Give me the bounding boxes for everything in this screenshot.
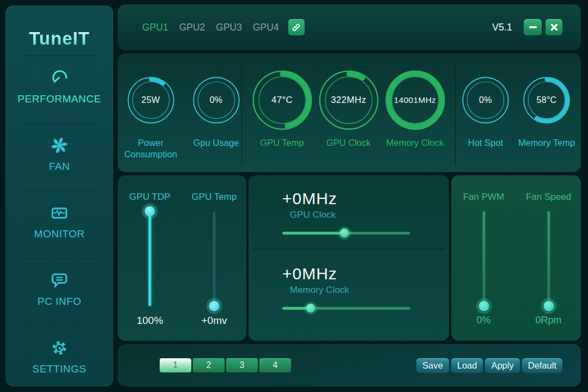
- apply-button[interactable]: Apply: [485, 358, 519, 373]
- gauge-value: 0%: [462, 76, 510, 124]
- titlebar: GPU1 GPU2 GPU3 GPU4 V5.1: [118, 4, 581, 50]
- minimize-button[interactable]: [524, 19, 542, 35]
- slider-label: GPU TDP: [129, 192, 170, 203]
- sidebar-item-label: FAN: [49, 161, 70, 173]
- gauge-value: 47°C: [252, 70, 313, 131]
- gauge-gpu-clock: 322MHz GPU Clock: [318, 70, 379, 149]
- slider-label: Fan PWM: [463, 192, 505, 203]
- gpu-clock-offset-value: +0MHz: [282, 189, 411, 208]
- clock-offset-panel: +0MHz GPU Clock +0MHz Memory Clock: [248, 175, 449, 341]
- memory-clock-offset-value: +0MHz: [282, 265, 411, 283]
- sidebar-item-fan[interactable]: FAN: [5, 124, 113, 184]
- slider-fill: [149, 211, 151, 306]
- gpu-tdp-slider-group: GPU TDP 100%: [118, 192, 182, 341]
- tab-gpu3[interactable]: GPU3: [214, 21, 244, 34]
- sidebar-item-monitor[interactable]: MONITOR: [5, 191, 113, 252]
- memory-clock-offset-label: Memory Clock: [290, 285, 411, 296]
- app-logo-text: TuneIT: [29, 28, 90, 49]
- profile-button-4[interactable]: 4: [259, 358, 291, 372]
- default-button[interactable]: Default: [522, 358, 562, 373]
- link-icon: [292, 23, 301, 32]
- sidebar: TuneIT PERFORMANCE: [5, 5, 113, 387]
- sidebar-item-label: PERFORMANCE: [17, 93, 101, 105]
- gpu-clock-slider-handle[interactable]: [340, 229, 349, 238]
- gauge-memory-temp: 58°C Memory Temp: [518, 70, 575, 149]
- version-label: V5.1: [492, 22, 512, 33]
- close-button[interactable]: [545, 19, 562, 35]
- gauges-panel: 25W Power Consumption 0% Gpu Usage: [118, 53, 581, 172]
- profile-button-1[interactable]: 1: [160, 358, 191, 372]
- slider-label: Fan Speed: [526, 192, 571, 203]
- gauge-label: GPU Temp: [260, 137, 304, 149]
- divider: [253, 249, 445, 249]
- sidebar-item-label: SETTINGS: [32, 363, 86, 375]
- gauge-label: Hot Spot: [468, 137, 503, 149]
- gpu-clock-offset-label: GPU Clock: [290, 210, 411, 220]
- gauge-value: 14001MHz: [385, 70, 446, 131]
- profile-button-2[interactable]: 2: [193, 358, 225, 372]
- sidebar-item-label: PC INFO: [38, 296, 82, 308]
- fan-speed-slider[interactable]: [542, 211, 555, 306]
- sidebar-item-label: MONITOR: [34, 228, 85, 240]
- slider-fill: [282, 232, 344, 235]
- bottom-bar: 1 2 3 4 Save Load Apply Default: [118, 344, 581, 387]
- fan-speed-slider-group: Fan Speed 0Rpm: [516, 192, 581, 341]
- sidebar-item-performance[interactable]: PERFORMANCE: [5, 56, 113, 117]
- slider-track[interactable]: [213, 211, 216, 306]
- slider-track[interactable]: [547, 211, 550, 306]
- gauge-label: GPU Clock: [326, 137, 371, 149]
- chat-bubble-icon: [50, 271, 69, 290]
- app-logo: TuneIT: [5, 5, 113, 49]
- profile-button-3[interactable]: 3: [226, 358, 258, 372]
- memory-clock-slider-handle[interactable]: [306, 304, 315, 313]
- sidebar-item-settings[interactable]: SETTINGS: [5, 326, 113, 387]
- gauge-label: Memory Clock: [386, 137, 444, 149]
- gauge-label: Power Consumption: [119, 137, 183, 161]
- slider-label: GPU Temp: [192, 192, 237, 203]
- slider-value: +0mv: [202, 315, 227, 327]
- tab-gpu2[interactable]: GPU2: [178, 21, 207, 34]
- gear-icon: [50, 338, 69, 358]
- save-button[interactable]: Save: [416, 358, 449, 373]
- gpu-voltage-slider-group: GPU Temp +0mv: [182, 192, 246, 341]
- memory-clock-offset-group: +0MHz Memory Clock: [248, 250, 449, 313]
- gauge-value: 25W: [127, 76, 175, 124]
- gauge-value: 0%: [192, 76, 240, 124]
- slider-value: 0Rpm: [535, 315, 561, 326]
- fan-speed-slider-handle[interactable]: [543, 301, 554, 311]
- gauge-gpu-temp: 47°C GPU Temp: [252, 70, 313, 149]
- fan-pwm-slider-group: Fan PWM 0%: [451, 192, 516, 341]
- gauge-memory-clock: 14001MHz Memory Clock: [385, 70, 446, 149]
- gpu-voltage-slider[interactable]: [208, 211, 221, 306]
- gauge-group-temps: 0% Hot Spot 58°C Memory Temp: [456, 53, 581, 172]
- sidebar-item-pc-info[interactable]: PC INFO: [5, 259, 113, 319]
- gauge-hot-spot: 0% Hot Spot: [462, 70, 510, 149]
- link-gpus-button[interactable]: [288, 19, 305, 35]
- gpu-voltage-slider-handle[interactable]: [209, 301, 220, 311]
- fan-pwm-slider[interactable]: [477, 211, 490, 306]
- load-button[interactable]: Load: [451, 358, 483, 373]
- monitor-waveform-icon: [50, 203, 69, 223]
- minimize-icon: [529, 23, 537, 32]
- gauge-value: 322MHz: [318, 70, 379, 131]
- tab-gpu1[interactable]: GPU1: [141, 21, 170, 34]
- gpu-tdp-slider-handle[interactable]: [145, 206, 155, 217]
- gpu-clock-slider[interactable]: [282, 228, 410, 238]
- gauge-power-consumption: 25W Power Consumption: [119, 70, 183, 161]
- close-icon: [550, 23, 559, 32]
- gpu-clock-offset-group: +0MHz GPU Clock: [248, 175, 449, 238]
- tdp-voltage-panel: GPU TDP 100% GPU Temp +0mv: [118, 175, 246, 341]
- memory-clock-slider[interactable]: [282, 303, 410, 313]
- fan-pwm-slider-handle[interactable]: [478, 301, 489, 311]
- gpu-tdp-slider[interactable]: [143, 211, 156, 306]
- tab-gpu4[interactable]: GPU4: [251, 21, 281, 34]
- gauge-group-clocks: 47°C GPU Temp 322MHz GPU Clock: [242, 53, 455, 172]
- gauge-value: 58°C: [523, 76, 571, 124]
- slider-value: 0%: [476, 315, 490, 326]
- slider-track[interactable]: [482, 211, 485, 306]
- slider-value: 100%: [137, 315, 163, 327]
- gauge-label: Gpu Usage: [193, 137, 239, 149]
- gauge-group-power: 25W Power Consumption 0% Gpu Usage: [118, 53, 241, 172]
- gauge-icon: [50, 68, 69, 88]
- gpu-tabs: GPU1 GPU2 GPU3 GPU4: [141, 21, 281, 34]
